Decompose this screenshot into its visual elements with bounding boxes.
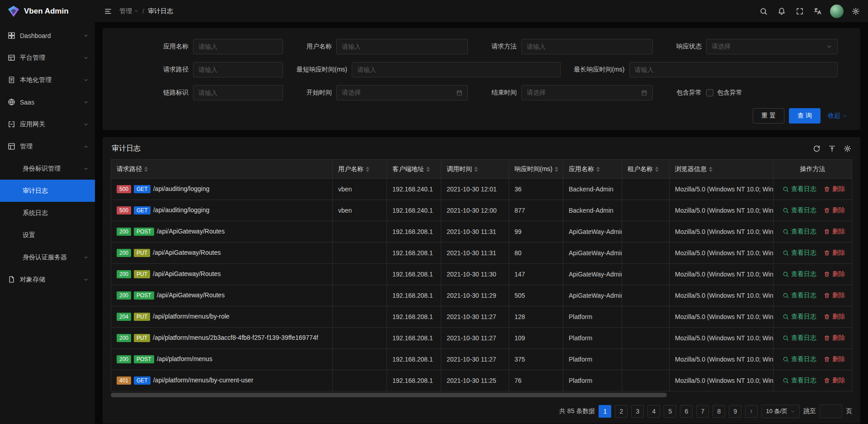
view-log-link[interactable]: 查看日志 — [783, 185, 816, 193]
breadcrumb-root[interactable]: 管理 — [119, 7, 139, 15]
sidebar-toggle-button[interactable] — [100, 4, 116, 19]
reset-button[interactable]: 重 置 — [753, 108, 784, 124]
column-header-user[interactable]: 用户名称 — [333, 160, 387, 179]
language-button[interactable] — [810, 4, 826, 19]
end-time-picker[interactable]: 请选择 — [521, 85, 653, 100]
sidebar-item-auth-server[interactable]: 身份认证服务器 — [0, 246, 95, 268]
column-header-browser[interactable]: 浏览器信息 — [670, 160, 774, 179]
jump-page-input[interactable] — [820, 405, 842, 418]
page-size-select[interactable]: 10 条/页 — [761, 405, 800, 418]
view-log-link[interactable]: 查看日志 — [783, 249, 816, 257]
filter-field-method: 请求方法 — [481, 39, 666, 54]
page-button-3[interactable]: 3 — [631, 405, 644, 418]
view-log-link[interactable]: 查看日志 — [783, 270, 816, 278]
chevron-down-icon — [790, 409, 795, 414]
notifications-button[interactable] — [774, 4, 789, 19]
sidebar-item-settings[interactable]: 设置 — [0, 224, 95, 246]
sidebar-item-system-log[interactable]: 系统日志 — [0, 202, 95, 224]
view-log-link[interactable]: 查看日志 — [783, 206, 816, 214]
page-button-8[interactable]: 8 — [712, 405, 725, 418]
page-button-7[interactable]: 7 — [696, 405, 709, 418]
min-response-time-input[interactable] — [352, 62, 561, 77]
cell-response-time: 99 — [509, 221, 563, 243]
refresh-button[interactable] — [813, 145, 821, 152]
sort-icon — [426, 167, 430, 172]
cell-browser-info: Mozilla/5.0 (Windows NT 10.0; Win — [670, 349, 774, 370]
delete-link[interactable]: 删除 — [824, 313, 845, 321]
app-name-input[interactable] — [193, 39, 283, 54]
column-header-time[interactable]: 调用时间 — [441, 160, 509, 179]
request-path-input[interactable] — [193, 62, 283, 77]
column-settings-button[interactable] — [844, 145, 851, 152]
sidebar-item-audit-log[interactable]: 审计日志 — [0, 180, 95, 202]
status-code-badge: 200 — [117, 355, 131, 363]
cell-request-path: 200PUT/api/ApiGateway/Routes — [111, 264, 333, 285]
delete-link[interactable]: 删除 — [824, 376, 845, 385]
view-log-link[interactable]: 查看日志 — [783, 376, 816, 385]
sidebar-item-app-gateway[interactable]: 应用网关 — [0, 113, 95, 135]
user-avatar[interactable] — [830, 5, 844, 18]
max-response-time-input[interactable] — [629, 62, 838, 77]
row-height-button[interactable] — [828, 145, 836, 152]
fullscreen-button[interactable] — [792, 4, 807, 19]
page-button-5[interactable]: 5 — [664, 405, 676, 418]
view-log-link[interactable]: 查看日志 — [783, 291, 816, 300]
include-exception-checkbox[interactable] — [706, 89, 713, 96]
delete-link[interactable]: 删除 — [824, 206, 845, 214]
table-row: 500GET/api/auditing/loggingvben192.168.2… — [111, 200, 852, 221]
horizontal-scrollbar[interactable] — [111, 393, 852, 397]
cell-browser-info: Mozilla/5.0 (Windows NT 10.0; Win — [670, 221, 774, 243]
cell-app-name: ApiGateWay-Admin — [563, 264, 622, 285]
next-page-button[interactable] — [745, 405, 758, 418]
filter-field-end-time: 结束时间 请选择 — [481, 85, 666, 100]
scrollbar-thumb[interactable] — [111, 393, 667, 397]
delete-link[interactable]: 删除 — [824, 355, 845, 363]
field-label: 结束时间 — [481, 89, 517, 97]
settings-button[interactable] — [848, 4, 863, 19]
start-time-picker[interactable]: 请选择 — [336, 85, 468, 100]
filter-field-app-name: 应用名称 — [112, 39, 297, 54]
sidebar-item-saas[interactable]: Saas — [0, 91, 95, 113]
column-header-client[interactable]: 客户端地址 — [387, 160, 441, 179]
page-button-1[interactable]: 1 — [599, 405, 611, 418]
page-button-4[interactable]: 4 — [647, 405, 660, 418]
query-button[interactable]: 查 询 — [789, 108, 821, 124]
page-button-6[interactable]: 6 — [680, 405, 693, 418]
delete-link[interactable]: 删除 — [824, 249, 845, 257]
sidebar-item-platform[interactable]: 平台管理 — [0, 47, 95, 69]
sidebar-item-manage[interactable]: 管理 — [0, 135, 95, 157]
view-log-icon — [783, 356, 789, 362]
sidebar-item-object-storage[interactable]: 对象存储 — [0, 268, 95, 291]
column-header-tenant[interactable]: 租户名称 — [622, 160, 670, 179]
column-header-app[interactable]: 应用名称 — [563, 160, 622, 179]
caret-down-icon — [426, 170, 430, 172]
column-header-path[interactable]: 请求路径 — [111, 160, 333, 179]
page-button-9[interactable]: 9 — [729, 405, 741, 418]
sidebar-item-dashboard[interactable]: Dashboard — [0, 24, 95, 47]
page-button-2[interactable]: 2 — [615, 405, 627, 418]
delete-link[interactable]: 删除 — [824, 334, 845, 342]
localization-icon — [8, 76, 15, 84]
user-name-input[interactable] — [336, 39, 468, 54]
delete-link[interactable]: 删除 — [824, 185, 845, 193]
view-log-link[interactable]: 查看日志 — [783, 313, 816, 321]
page-size-value: 10 条/页 — [766, 407, 788, 415]
view-log-link[interactable]: 查看日志 — [783, 334, 816, 342]
delete-link[interactable]: 删除 — [824, 291, 845, 300]
app-logo[interactable]: Vben Admin — [0, 0, 95, 23]
sidebar-item-identity[interactable]: 身份标识管理 — [0, 157, 95, 180]
trace-id-input[interactable] — [193, 85, 283, 100]
delete-link[interactable]: 删除 — [824, 228, 845, 236]
view-log-link[interactable]: 查看日志 — [783, 228, 816, 236]
sidebar-item-localization[interactable]: 本地化管理 — [0, 69, 95, 91]
view-log-link[interactable]: 查看日志 — [783, 355, 816, 363]
column-header-duration[interactable]: 响应时间(ms) — [509, 160, 563, 179]
delete-link[interactable]: 删除 — [824, 270, 845, 278]
cell-call-time: 2021-10-30 11:31 — [441, 221, 509, 243]
search-button[interactable] — [756, 4, 771, 19]
response-status-select[interactable]: 请选择 — [706, 39, 838, 54]
column-label: 调用时间 — [447, 165, 472, 173]
request-method-input[interactable] — [521, 39, 653, 54]
collapse-filter-link[interactable]: 收起 — [828, 112, 848, 120]
sidebar-item-label: Saas — [20, 99, 79, 106]
